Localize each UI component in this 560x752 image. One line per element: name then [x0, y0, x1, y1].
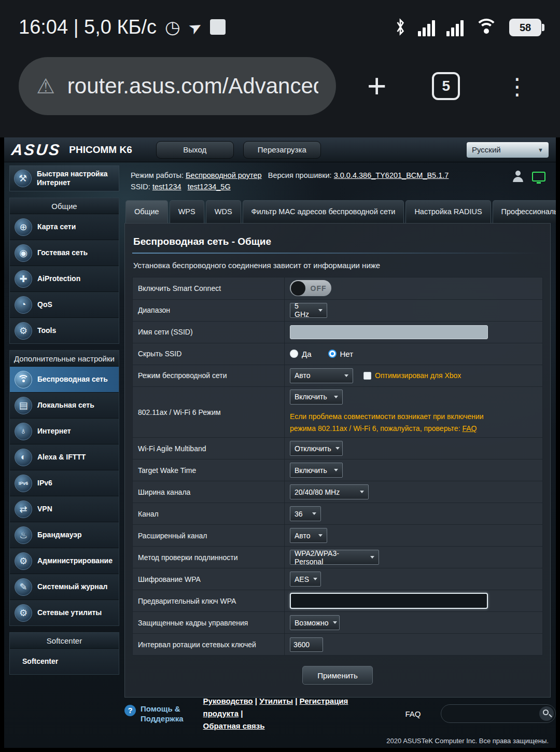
select-value: Авто — [295, 371, 311, 380]
sidebar-item-aiprotection[interactable]: ✚ AiProtection — [10, 266, 119, 291]
firmware-version-link[interactable]: 3.0.0.4.386_TY6201_BCM_B5.1.7 — [334, 171, 449, 179]
manual-link[interactable]: Руководство — [203, 697, 253, 705]
sidebar-item-vpn[interactable]: ⇄ VPN — [10, 496, 119, 522]
feedback-link[interactable]: Обратная связь — [203, 721, 265, 730]
sidebar-item-alexa-ifttt[interactable]: ◐ Alexa & IFTTT — [10, 444, 119, 470]
auth-method-select[interactable]: WPA2/WPA3-Personal — [290, 550, 379, 565]
channel-width-select[interactable]: 20/40/80 MHz — [290, 484, 369, 499]
target-wake-time-select[interactable]: Включить — [290, 463, 343, 478]
utilities-link[interactable]: Утилиты — [259, 697, 293, 705]
clients-icon[interactable] — [511, 171, 525, 182]
wifi6-mode-select[interactable]: Включить — [290, 389, 343, 405]
sidebar-item-tools[interactable]: ⚙ Tools — [10, 317, 119, 343]
field-label: Target Wake Time — [133, 459, 284, 481]
sidebar-item-qos[interactable]: ◔ QoS — [10, 291, 119, 317]
sidebar-item-label: Беспроводная сеть — [37, 375, 108, 384]
tab-count: 5 — [442, 78, 451, 94]
sidebar-item-softcenter[interactable]: Softcenter — [10, 648, 119, 674]
tab-switcher-button[interactable]: 5 — [432, 72, 460, 100]
cellular-signal-icon — [418, 19, 435, 36]
field-label: Защищенные кадры управления — [133, 612, 284, 633]
sidebar-item-firewall[interactable]: ♨ Брандмауэр — [10, 522, 119, 548]
protected-frames-select[interactable]: Возможно — [290, 615, 340, 630]
sidebar-item-network-map[interactable]: ⊕ Карта сети — [10, 214, 119, 240]
ssid-input[interactable] — [290, 325, 488, 339]
agile-multiband-select[interactable]: Отключить — [290, 441, 343, 456]
smart-connect-toggle[interactable]: OFF — [290, 280, 331, 296]
sidebar-item-wireless[interactable]: Беспроводная сеть — [10, 366, 119, 392]
sidebar-item-network-tools[interactable]: ⚙ Сетевые утилиты — [10, 600, 119, 625]
sidebar-item-guest-network[interactable]: ◉ Гостевая сеть — [10, 240, 119, 266]
row-ssid: Имя сети (SSID) — [133, 321, 542, 343]
sidebar-item-quick-setup[interactable]: ⚒ Быстрая настройка Интернет — [9, 165, 119, 191]
sidebar-item-lan[interactable]: ▤ Локальная сеть — [10, 392, 119, 418]
xbox-optimized-checkbox[interactable]: Оптимизирован для Xbox — [363, 371, 461, 380]
field-label: Интервал ротации сетевых ключей — [133, 634, 284, 655]
help-support[interactable]: ? Помощь & Поддержка — [124, 704, 184, 724]
field-label: 802.11ax / Wi-Fi 6 Режим — [133, 387, 284, 437]
wifi-status-icon — [475, 19, 498, 36]
cellular-signal-2-icon — [446, 19, 464, 36]
router-model-name: PHICOMM K6 — [69, 144, 132, 156]
channel-select[interactable]: 36 — [290, 506, 321, 521]
reboot-button[interactable]: Перезагрузка — [243, 141, 321, 159]
sidebar-item-system-log[interactable]: ✎ Системный журнал — [10, 574, 119, 600]
wpa-key-input[interactable] — [290, 593, 488, 609]
radio-checked-icon — [328, 350, 337, 358]
row-wireless-mode: Режим беспроводной сети Авто Оптимизиров… — [133, 365, 542, 386]
row-protected-frames: Защищенные кадры управления Возможно — [133, 611, 542, 633]
tab-mac-filter[interactable]: Фильтр MAC адресов беспроводной сети — [243, 200, 404, 223]
send-icon: ➤ — [185, 16, 205, 38]
status-bar: 16:04 | 5,0 КБ/с ◷ ➤ 58 — [19, 8, 541, 46]
faq-link[interactable]: FAQ — [462, 424, 477, 433]
operation-mode-link[interactable]: Беспроводной роутер — [186, 171, 262, 179]
tab-wds[interactable]: WDS — [206, 200, 241, 223]
header-status-icons — [511, 171, 545, 182]
tab-professional[interactable]: Профессионально — [493, 200, 556, 223]
wireless-mode-select[interactable]: Авто — [290, 368, 353, 383]
alexa-icon: ◐ — [15, 449, 32, 466]
alarm-icon: ◷ — [165, 17, 180, 37]
gear-icon: ⚙ — [15, 322, 32, 340]
field-label: Метод проверки подлинности — [133, 547, 284, 568]
hide-ssid-yes-radio[interactable]: Да — [290, 350, 312, 358]
tab-radius[interactable]: Настройка RADIUS — [405, 200, 491, 223]
field-label: Расширенный канал — [133, 525, 284, 546]
url-bar[interactable]: ⚠ router.asus.com/Advanced — [19, 57, 336, 115]
language-value: Русский — [472, 145, 501, 154]
new-tab-button[interactable]: + — [367, 69, 386, 103]
search-button[interactable] — [539, 706, 554, 721]
checkbox-icon — [363, 372, 371, 380]
key-rotation-input[interactable] — [290, 637, 323, 652]
logout-button[interactable]: Выход — [156, 141, 234, 159]
tab-wps[interactable]: WPS — [170, 200, 204, 223]
select-value: Авто — [295, 532, 311, 540]
sidebar-item-administration[interactable]: ⚙ Администрирование — [10, 548, 119, 574]
wpa-encryption-select[interactable]: AES — [290, 572, 321, 587]
help-icon: ? — [124, 705, 136, 716]
apply-button[interactable]: Применить — [302, 666, 373, 685]
ssid-label: SSID: — [131, 183, 150, 191]
help-line-2: Поддержка — [141, 714, 184, 723]
ssid-5-link[interactable]: test1234_5G — [188, 183, 231, 191]
field-label: Имя сети (SSID) — [133, 322, 284, 343]
toggle-knob — [291, 281, 305, 296]
tab-general[interactable]: Общие — [125, 200, 168, 223]
extension-channel-select[interactable]: Авто — [290, 528, 327, 543]
ssid-24-link[interactable]: test1234 — [152, 183, 181, 191]
select-value: Включить — [295, 393, 327, 401]
faq-search-input[interactable] — [441, 704, 556, 723]
usb-monitor-icon[interactable] — [532, 172, 545, 182]
wifi6-compatibility-note: Если проблема совместимости возникает пр… — [290, 411, 484, 435]
copyright-text: 2020 ASUSTeK Computer Inc. Все права защ… — [386, 737, 549, 745]
sidebar-item-wan[interactable]: ♁ Интернет — [10, 418, 119, 444]
browser-menu-button[interactable]: ⋮ — [506, 73, 528, 100]
sidebar-item-label: Гостевая сеть — [37, 248, 88, 258]
band-select[interactable]: 5 GHz — [290, 303, 327, 318]
language-select[interactable]: Русский ▼ — [467, 142, 549, 158]
page-footer: ? Помощь & Поддержка Руководство | Утили… — [4, 695, 556, 732]
sidebar-item-ipv6[interactable]: IPv6 IPv6 — [10, 470, 119, 496]
browser-chrome: 16:04 | 5,0 КБ/с ◷ ➤ 58 ⚠ router.asus.co… — [0, 0, 560, 137]
section-title: Дополнительные настройки — [10, 351, 119, 366]
hide-ssid-no-radio[interactable]: Нет — [328, 350, 354, 358]
